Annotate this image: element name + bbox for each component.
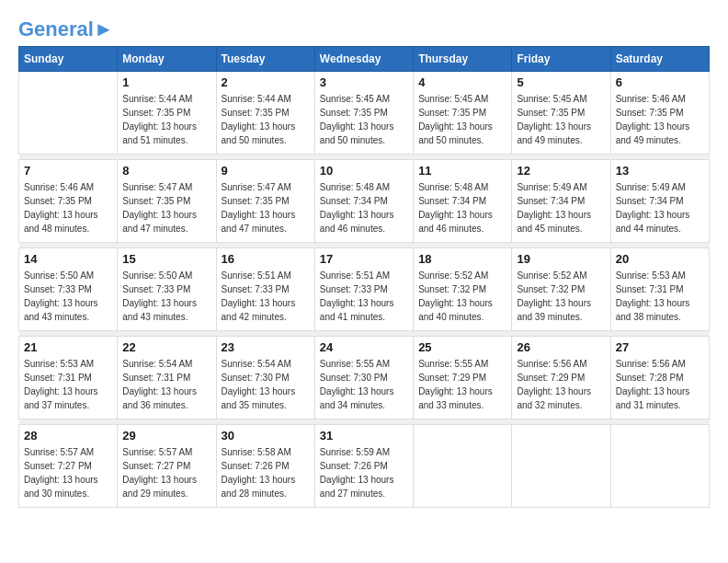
day-info: Sunrise: 5:51 AMSunset: 7:33 PMDaylight:… — [222, 269, 310, 324]
day-info: Sunrise: 5:56 AMSunset: 7:28 PMDaylight:… — [616, 357, 704, 412]
calendar-cell: 3Sunrise: 5:45 AMSunset: 7:35 PMDaylight… — [314, 72, 413, 155]
calendar-cell: 22Sunrise: 5:54 AMSunset: 7:31 PMDayligh… — [118, 337, 216, 419]
calendar-cell: 30Sunrise: 5:58 AMSunset: 7:26 PMDayligh… — [216, 425, 314, 508]
day-number: 23 — [222, 340, 310, 354]
day-info: Sunrise: 5:59 AMSunset: 7:26 PMDaylight:… — [320, 445, 408, 500]
day-info: Sunrise: 5:48 AMSunset: 7:34 PMDaylight:… — [418, 180, 506, 236]
day-info: Sunrise: 5:53 AMSunset: 7:31 PMDaylight:… — [24, 357, 112, 412]
day-info: Sunrise: 5:45 AMSunset: 7:35 PMDaylight:… — [517, 92, 605, 147]
calendar-cell: 27Sunrise: 5:56 AMSunset: 7:28 PMDayligh… — [610, 337, 709, 419]
calendar-cell: 5Sunrise: 5:45 AMSunset: 7:35 PMDaylight… — [512, 72, 610, 155]
day-number: 30 — [222, 429, 310, 442]
day-info: Sunrise: 5:44 AMSunset: 7:35 PMDaylight:… — [222, 92, 310, 147]
day-info: Sunrise: 5:58 AMSunset: 7:26 PMDaylight:… — [222, 445, 310, 500]
day-info: Sunrise: 5:47 AMSunset: 7:35 PMDaylight:… — [122, 180, 210, 236]
day-info: Sunrise: 5:50 AMSunset: 7:33 PMDaylight:… — [24, 269, 112, 324]
calendar-cell: 6Sunrise: 5:46 AMSunset: 7:35 PMDaylight… — [610, 72, 709, 155]
calendar-header-row: SundayMondayTuesdayWednesdayThursdayFrid… — [19, 47, 710, 72]
calendar-cell — [512, 425, 610, 508]
header-sunday: Sunday — [19, 47, 118, 72]
day-number: 8 — [122, 164, 210, 178]
day-info: Sunrise: 5:57 AMSunset: 7:27 PMDaylight:… — [24, 445, 112, 500]
day-info: Sunrise: 5:49 AMSunset: 7:34 PMDaylight:… — [616, 180, 704, 236]
day-number: 7 — [24, 164, 112, 178]
day-number: 31 — [320, 429, 408, 442]
day-info: Sunrise: 5:45 AMSunset: 7:35 PMDaylight:… — [418, 92, 506, 147]
day-number: 6 — [616, 75, 704, 89]
calendar-cell: 29Sunrise: 5:57 AMSunset: 7:27 PMDayligh… — [118, 425, 216, 508]
day-info: Sunrise: 5:47 AMSunset: 7:35 PMDaylight:… — [222, 180, 310, 236]
calendar-cell: 14Sunrise: 5:50 AMSunset: 7:33 PMDayligh… — [19, 248, 118, 331]
header-saturday: Saturday — [610, 47, 709, 72]
calendar-cell: 1Sunrise: 5:44 AMSunset: 7:35 PMDaylight… — [118, 72, 216, 155]
logo: General► — [18, 18, 114, 37]
header-monday: Monday — [118, 47, 216, 72]
day-number: 4 — [418, 75, 506, 89]
calendar-cell: 26Sunrise: 5:56 AMSunset: 7:29 PMDayligh… — [512, 337, 610, 419]
calendar-cell: 19Sunrise: 5:52 AMSunset: 7:32 PMDayligh… — [512, 248, 610, 331]
day-info: Sunrise: 5:52 AMSunset: 7:32 PMDaylight:… — [517, 269, 605, 324]
calendar-cell: 15Sunrise: 5:50 AMSunset: 7:33 PMDayligh… — [118, 248, 216, 331]
calendar-cell: 17Sunrise: 5:51 AMSunset: 7:33 PMDayligh… — [314, 248, 413, 331]
day-number: 24 — [320, 340, 408, 354]
day-info: Sunrise: 5:55 AMSunset: 7:29 PMDaylight:… — [418, 357, 506, 412]
logo-text: General► — [18, 18, 114, 40]
calendar-cell: 11Sunrise: 5:48 AMSunset: 7:34 PMDayligh… — [414, 160, 512, 243]
day-number: 22 — [122, 340, 210, 354]
day-number: 20 — [616, 252, 704, 266]
calendar-cell: 24Sunrise: 5:55 AMSunset: 7:30 PMDayligh… — [314, 337, 413, 419]
day-number: 10 — [320, 164, 408, 178]
calendar-cell: 25Sunrise: 5:55 AMSunset: 7:29 PMDayligh… — [414, 337, 512, 419]
calendar-cell: 10Sunrise: 5:48 AMSunset: 7:34 PMDayligh… — [314, 160, 413, 243]
day-info: Sunrise: 5:54 AMSunset: 7:30 PMDaylight:… — [222, 357, 310, 412]
calendar-cell — [19, 72, 118, 155]
header-friday: Friday — [512, 47, 610, 72]
day-number: 9 — [222, 164, 310, 178]
calendar-cell: 9Sunrise: 5:47 AMSunset: 7:35 PMDaylight… — [216, 160, 314, 243]
calendar-cell: 8Sunrise: 5:47 AMSunset: 7:35 PMDaylight… — [118, 160, 216, 243]
day-info: Sunrise: 5:45 AMSunset: 7:35 PMDaylight:… — [320, 92, 408, 147]
header-tuesday: Tuesday — [216, 47, 314, 72]
week-row-4: 21Sunrise: 5:53 AMSunset: 7:31 PMDayligh… — [19, 337, 710, 419]
header-thursday: Thursday — [414, 47, 512, 72]
day-info: Sunrise: 5:55 AMSunset: 7:30 PMDaylight:… — [320, 357, 408, 412]
day-info: Sunrise: 5:46 AMSunset: 7:35 PMDaylight:… — [616, 92, 704, 147]
day-number: 26 — [517, 340, 605, 354]
day-number: 25 — [418, 340, 506, 354]
header-wednesday: Wednesday — [314, 47, 413, 72]
week-row-5: 28Sunrise: 5:57 AMSunset: 7:27 PMDayligh… — [19, 425, 710, 508]
calendar-cell: 18Sunrise: 5:52 AMSunset: 7:32 PMDayligh… — [414, 248, 512, 331]
day-number: 29 — [122, 429, 210, 442]
calendar-cell: 4Sunrise: 5:45 AMSunset: 7:35 PMDaylight… — [414, 72, 512, 155]
day-info: Sunrise: 5:50 AMSunset: 7:33 PMDaylight:… — [122, 269, 210, 324]
day-number: 16 — [222, 252, 310, 266]
calendar-cell: 16Sunrise: 5:51 AMSunset: 7:33 PMDayligh… — [216, 248, 314, 331]
week-row-3: 14Sunrise: 5:50 AMSunset: 7:33 PMDayligh… — [19, 248, 710, 331]
calendar-cell: 23Sunrise: 5:54 AMSunset: 7:30 PMDayligh… — [216, 337, 314, 419]
day-info: Sunrise: 5:49 AMSunset: 7:34 PMDaylight:… — [517, 180, 605, 236]
day-number: 2 — [222, 75, 310, 89]
day-info: Sunrise: 5:54 AMSunset: 7:31 PMDaylight:… — [122, 357, 210, 412]
day-number: 18 — [418, 252, 506, 266]
calendar-cell: 7Sunrise: 5:46 AMSunset: 7:35 PMDaylight… — [19, 160, 118, 243]
day-number: 21 — [24, 340, 112, 354]
day-number: 5 — [517, 75, 605, 89]
day-number: 12 — [517, 164, 605, 178]
day-number: 19 — [517, 252, 605, 266]
calendar-cell: 2Sunrise: 5:44 AMSunset: 7:35 PMDaylight… — [216, 72, 314, 155]
week-row-2: 7Sunrise: 5:46 AMSunset: 7:35 PMDaylight… — [19, 160, 710, 243]
calendar-cell — [610, 425, 709, 508]
calendar-body: 1Sunrise: 5:44 AMSunset: 7:35 PMDaylight… — [19, 72, 710, 508]
week-row-1: 1Sunrise: 5:44 AMSunset: 7:35 PMDaylight… — [19, 72, 710, 155]
page-header: General► — [18, 18, 710, 37]
day-number: 27 — [616, 340, 704, 354]
day-info: Sunrise: 5:56 AMSunset: 7:29 PMDaylight:… — [517, 357, 605, 412]
calendar-table: SundayMondayTuesdayWednesdayThursdayFrid… — [18, 46, 710, 508]
calendar-cell — [414, 425, 512, 508]
calendar-cell: 28Sunrise: 5:57 AMSunset: 7:27 PMDayligh… — [19, 425, 118, 508]
day-number: 13 — [616, 164, 704, 178]
day-info: Sunrise: 5:48 AMSunset: 7:34 PMDaylight:… — [320, 180, 408, 236]
day-info: Sunrise: 5:57 AMSunset: 7:27 PMDaylight:… — [122, 445, 210, 500]
day-number: 14 — [24, 252, 112, 266]
day-number: 3 — [320, 75, 408, 89]
